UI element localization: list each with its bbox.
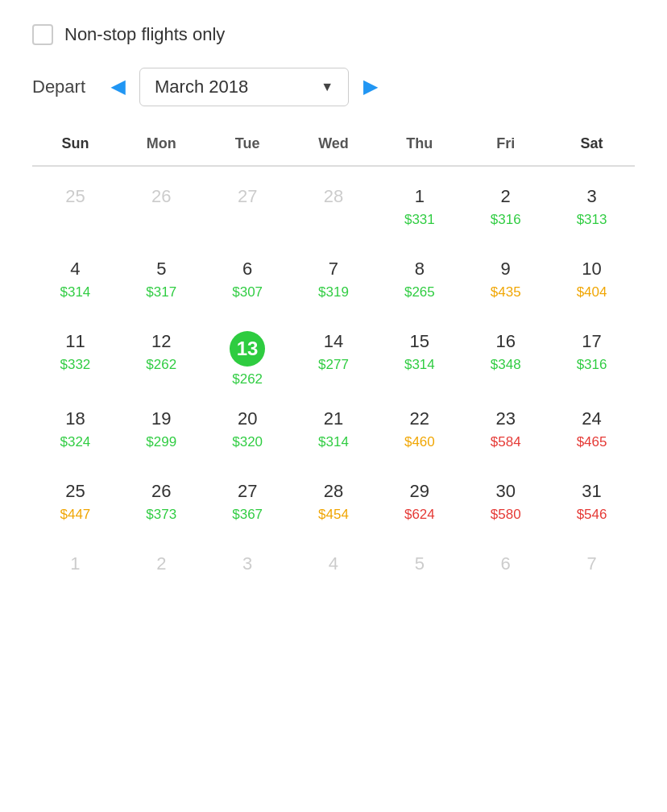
day-number: 13 xyxy=(230,331,265,367)
day-number: 2 xyxy=(501,186,511,207)
day-number: 19 xyxy=(151,408,171,429)
day-number: 29 xyxy=(410,481,429,502)
day-price: $314 xyxy=(404,357,435,373)
day-price: $624 xyxy=(404,507,435,523)
day-number: 7 xyxy=(329,259,338,280)
calendar-cell[interactable]: 9$435 xyxy=(462,247,549,320)
calendar-cell[interactable]: 6$307 xyxy=(205,247,291,320)
day-price: $277 xyxy=(318,357,349,373)
day-number: 25 xyxy=(65,481,85,502)
calendar-cell[interactable]: 14$277 xyxy=(291,320,377,397)
calendar-cell[interactable]: 27$367 xyxy=(205,470,291,542)
day-number: 15 xyxy=(410,331,429,352)
calendar-cell[interactable]: 3 xyxy=(205,542,291,615)
day-number: 14 xyxy=(324,331,343,352)
day-number: 6 xyxy=(501,553,511,574)
calendar-cell[interactable]: 22$460 xyxy=(376,397,462,470)
next-month-button[interactable]: ▶ xyxy=(363,77,377,97)
day-price: $317 xyxy=(146,284,176,300)
dropdown-arrow-icon: ▼ xyxy=(321,80,334,94)
depart-label: Depart xyxy=(32,77,97,97)
calendar-cell[interactable]: 24$465 xyxy=(549,397,635,470)
day-price: $314 xyxy=(60,284,91,300)
calendar-cell[interactable]: 28 xyxy=(291,175,377,247)
day-number: 3 xyxy=(586,186,596,207)
calendar-cell[interactable]: 26$373 xyxy=(118,470,205,542)
day-number: 1 xyxy=(70,553,80,574)
day-number: 9 xyxy=(501,259,511,280)
calendar-cell[interactable]: 4$314 xyxy=(32,247,118,320)
calendar-cell[interactable]: 16$348 xyxy=(462,320,549,397)
day-price: $584 xyxy=(491,434,521,450)
nonstop-checkbox[interactable] xyxy=(32,24,53,45)
calendar-cell[interactable]: 7 xyxy=(549,542,635,615)
calendar-cell[interactable]: 19$299 xyxy=(118,397,205,470)
calendar-cell[interactable]: 12$262 xyxy=(118,320,205,397)
day-number: 8 xyxy=(415,259,425,280)
calendar-cell[interactable]: 15$314 xyxy=(376,320,462,397)
day-price: $316 xyxy=(491,212,521,228)
calendar-cell[interactable]: 20$320 xyxy=(205,397,291,470)
day-price: $299 xyxy=(146,434,176,450)
nonstop-label: Non-stop flights only xyxy=(64,24,225,45)
calendar-cell[interactable]: 13$262 xyxy=(205,320,291,397)
day-price: $265 xyxy=(404,284,435,300)
calendar-cell[interactable]: 25 xyxy=(32,175,118,247)
day-number: 4 xyxy=(70,259,80,280)
day-header-wed: Wed xyxy=(291,130,377,157)
day-price: $316 xyxy=(577,357,607,373)
calendar-cell[interactable]: 23$584 xyxy=(462,397,549,470)
calendar-cell[interactable]: 2$316 xyxy=(462,175,549,247)
calendar-cell[interactable]: 25$447 xyxy=(32,470,118,542)
day-price: $313 xyxy=(577,212,607,228)
calendar-cell[interactable]: 3$313 xyxy=(549,175,635,247)
day-number: 1 xyxy=(415,186,425,207)
calendar-cell[interactable]: 1 xyxy=(32,542,118,615)
day-price: $447 xyxy=(60,507,91,523)
calendar-cell[interactable]: 8$265 xyxy=(376,247,462,320)
calendar-cell[interactable]: 1$331 xyxy=(376,175,462,247)
calendar-cell[interactable]: 2 xyxy=(118,542,205,615)
day-number: 26 xyxy=(151,186,171,207)
day-number: 30 xyxy=(495,481,515,502)
calendar-cell[interactable]: 5 xyxy=(376,542,462,615)
day-number: 27 xyxy=(238,481,257,502)
calendar-cell[interactable]: 18$324 xyxy=(32,397,118,470)
calendar-cell[interactable]: 31$546 xyxy=(549,470,635,542)
month-selector[interactable]: March 2018 ▼ xyxy=(139,68,349,106)
day-header-tue: Tue xyxy=(205,130,291,157)
day-price: $262 xyxy=(146,357,176,373)
day-price: $373 xyxy=(146,507,176,523)
calendar-cell[interactable]: 28$454 xyxy=(291,470,377,542)
calendar-cell[interactable]: 17$316 xyxy=(549,320,635,397)
day-number: 31 xyxy=(582,481,601,502)
calendar-cell[interactable]: 29$624 xyxy=(376,470,462,542)
calendar-cell[interactable]: 10$404 xyxy=(549,247,635,320)
calendar-cell[interactable]: 7$319 xyxy=(291,247,377,320)
day-price: $307 xyxy=(232,284,263,300)
prev-month-button[interactable]: ◀ xyxy=(111,77,125,97)
calendar-cell[interactable]: 27 xyxy=(205,175,291,247)
day-price: $460 xyxy=(404,434,435,450)
day-price: $465 xyxy=(577,434,607,450)
day-header-sun: Sun xyxy=(32,130,118,157)
day-number: 5 xyxy=(156,259,166,280)
calendar-cell[interactable]: 21$314 xyxy=(291,397,377,470)
day-price: $319 xyxy=(318,284,349,300)
calendar-cell[interactable]: 5$317 xyxy=(118,247,205,320)
calendar-cell[interactable]: 26 xyxy=(118,175,205,247)
day-number: 21 xyxy=(324,408,343,429)
month-label: March 2018 xyxy=(155,77,248,97)
day-price: $404 xyxy=(577,284,607,300)
calendar-cell[interactable]: 6 xyxy=(462,542,549,615)
day-header-thu: Thu xyxy=(376,130,462,157)
calendar-cell[interactable]: 30$580 xyxy=(462,470,549,542)
day-number: 11 xyxy=(65,331,85,352)
calendar-cell[interactable]: 11$332 xyxy=(32,320,118,397)
calendar-cell[interactable]: 4 xyxy=(291,542,377,615)
day-number: 10 xyxy=(582,259,601,280)
calendar-body: 252627281$3312$3163$3134$3145$3176$3077$… xyxy=(32,175,635,615)
day-number: 27 xyxy=(238,186,257,207)
day-price: $320 xyxy=(232,434,263,450)
day-price: $324 xyxy=(60,434,91,450)
